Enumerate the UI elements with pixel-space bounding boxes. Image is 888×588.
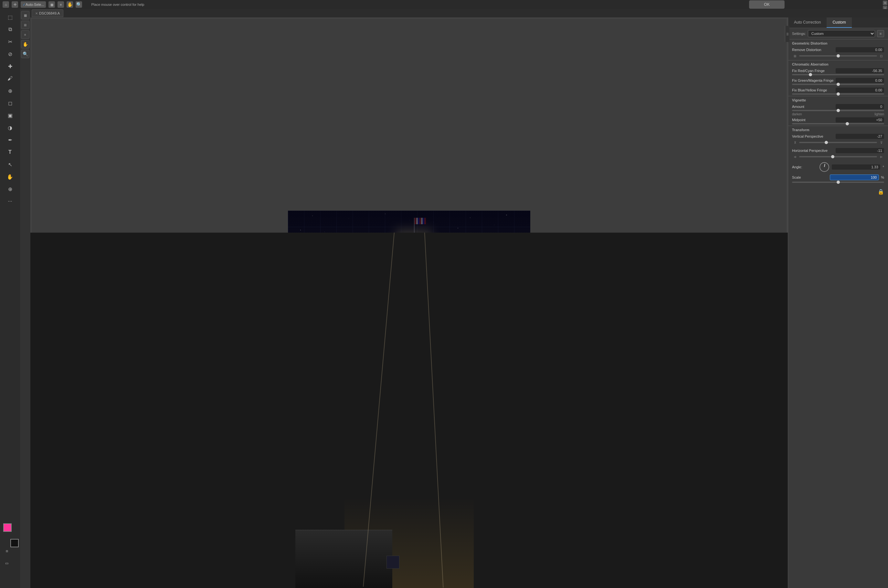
document-tab[interactable]: ✕ DSC06849.A (32, 9, 63, 17)
left-toolbar: ⬚ ⧉ ✂ ⊘ ✚ 🖌 ⊕ ◻ ▣ ◑ ✒ T ↖ ✋ ⊕ ··· ⧈ ▭ (0, 9, 20, 588)
angle-unit: ° (883, 165, 884, 169)
strip-btn-4[interactable]: ✋ (21, 40, 29, 48)
green-magenta-slider[interactable] (792, 84, 884, 85)
amount-thumb[interactable] (837, 109, 840, 112)
horiz-persp-left-icon: ⊲ (792, 154, 798, 160)
ok-button[interactable]: OK (749, 0, 784, 9)
bg-building (296, 530, 392, 588)
midpoint-value[interactable] (836, 117, 884, 123)
zoom-icon[interactable]: 🔍 (76, 1, 82, 8)
tool-zoom[interactable]: ⊕ (4, 183, 15, 195)
scale-value[interactable] (830, 174, 879, 180)
strip-btn-2[interactable]: ⊞ (21, 21, 29, 29)
tool-more[interactable]: ··· (4, 196, 15, 207)
settings-icon-btn[interactable]: ≡ (877, 30, 884, 37)
tool-eraser[interactable]: ◻ (4, 98, 15, 108)
tab-custom[interactable]: Custom (826, 18, 852, 28)
tool-marquee[interactable]: ⬚ (4, 12, 15, 22)
horizontal-perspective-slider[interactable] (799, 156, 877, 158)
tool-crop[interactable]: ✂ (4, 36, 15, 47)
amount-slider[interactable] (792, 110, 884, 111)
transform-icon[interactable]: ▦ (48, 1, 55, 8)
scale-thumb[interactable] (837, 181, 840, 184)
red-cyan-label: Fix Red/Cyan Fringe (792, 69, 825, 73)
scale-slider[interactable] (792, 182, 884, 183)
tool-path-select[interactable]: ↖ (4, 159, 15, 170)
amount-label: Amount (792, 105, 804, 108)
amount-control: Amount (788, 103, 888, 111)
remove-distortion-slider[interactable] (799, 55, 877, 57)
green-magenta-label: Fix Green/Magenta Fringe (792, 78, 833, 82)
tool-eyedropper[interactable]: ⊘ (4, 48, 15, 60)
angle-value[interactable] (832, 165, 880, 170)
midpoint-slider-row (792, 123, 884, 124)
horizontal-perspective-control: Horizontal Perspective ⊲ ⊳ (788, 147, 888, 160)
midpoint-thumb[interactable] (846, 122, 849, 125)
tool-type[interactable]: T (4, 147, 15, 158)
hand-icon[interactable]: ✋ (67, 1, 73, 8)
background-color[interactable] (10, 539, 19, 547)
foreground-color[interactable] (3, 524, 12, 532)
settings-row: Settings: Custom ≡ (788, 28, 888, 39)
auto-select-btn[interactable]: ✓ Auto-Sele... (21, 1, 46, 8)
green-magenta-value[interactable] (836, 78, 884, 83)
tool-stamp[interactable]: ⊕ (4, 85, 15, 96)
tool-display[interactable]: ▭ (1, 558, 12, 568)
green-magenta-thumb[interactable] (837, 83, 840, 86)
tab-auto-correction[interactable]: Auto Correction (788, 18, 826, 28)
tool-lasso[interactable]: ⧉ (4, 24, 15, 35)
horiz-persp-right-icon: ⊳ (878, 154, 884, 160)
move-icon[interactable]: ✛ (12, 1, 18, 8)
horizontal-perspective-label: Horizontal Perspective (792, 148, 828, 153)
remove-distortion-control: Remove Distortion ⊞ ⊡ (788, 46, 888, 59)
align-icon[interactable]: ≡ (57, 1, 64, 8)
red-cyan-thumb[interactable] (809, 73, 812, 76)
expand-line-3 (786, 35, 789, 35)
strip-btn-3[interactable]: ≡ (21, 30, 29, 39)
red-cyan-slider[interactable] (792, 74, 884, 75)
red-cyan-value[interactable] (836, 68, 884, 74)
vertical-perspective-thumb[interactable] (825, 141, 828, 144)
midpoint-label: Midpoint (792, 118, 806, 122)
tool-healing[interactable]: ✚ (4, 61, 15, 72)
amount-value[interactable] (836, 104, 884, 109)
distortion-right-icon: ⊡ (878, 53, 884, 59)
scale-label: Scale (792, 176, 828, 179)
remove-distortion-value[interactable] (836, 47, 884, 52)
home-icon[interactable]: ⌂ (3, 1, 9, 8)
tab-label: DSC06849.A (39, 11, 60, 15)
window-resize-icon[interactable]: ⧉ (883, 1, 887, 5)
midpoint-control: Midpoint (788, 116, 888, 124)
vert-strip: ▦ ⊞ ≡ ✋ 🔍 (20, 9, 30, 588)
vertical-perspective-slider[interactable] (799, 142, 877, 143)
flag-banner (415, 218, 426, 224)
horizontal-perspective-value[interactable] (836, 148, 884, 153)
tool-brush[interactable]: 🖌 (4, 73, 15, 84)
tab-close-icon[interactable]: ✕ (35, 12, 38, 15)
top-bar: ⌂ ✛ ✓ Auto-Sele... ▦ ≡ ✋ 🔍 Place mouse o… (0, 0, 888, 9)
tab-strip: ✕ DSC06849.A (30, 9, 888, 18)
blue-yellow-value[interactable] (836, 87, 884, 93)
blue-yellow-label: Fix Blue/Yellow Fringe (792, 88, 827, 92)
remove-distortion-thumb[interactable] (837, 54, 840, 57)
blue-yellow-slider[interactable] (792, 93, 884, 94)
strip-btn-1[interactable]: ▦ (21, 11, 29, 20)
tool-pen[interactable]: ✒ (4, 134, 15, 146)
midpoint-slider[interactable] (792, 123, 884, 124)
horizontal-perspective-thumb[interactable] (831, 155, 834, 158)
lock-row: 🔒 (788, 187, 888, 197)
tool-hand[interactable]: ✋ (4, 171, 15, 182)
vertical-perspective-value[interactable] (836, 134, 884, 139)
angle-dial[interactable] (819, 162, 829, 172)
horizontal-perspective-slider-row: ⊲ ⊳ (792, 154, 884, 160)
blue-yellow-thumb[interactable] (837, 92, 840, 96)
tool-dodge[interactable]: ◑ (4, 122, 15, 133)
right-expand (785, 26, 789, 42)
lock-icon[interactable]: 🔒 (878, 189, 884, 195)
angle-control: Angle: ° (788, 161, 888, 173)
panel-tabs: Auto Correction Custom (788, 18, 888, 28)
green-magenta-control: Fix Green/Magenta Fringe (788, 76, 888, 85)
settings-dropdown[interactable]: Custom (808, 30, 875, 37)
tool-gradient[interactable]: ▣ (4, 110, 15, 121)
strip-btn-5[interactable]: 🔍 (21, 50, 29, 58)
